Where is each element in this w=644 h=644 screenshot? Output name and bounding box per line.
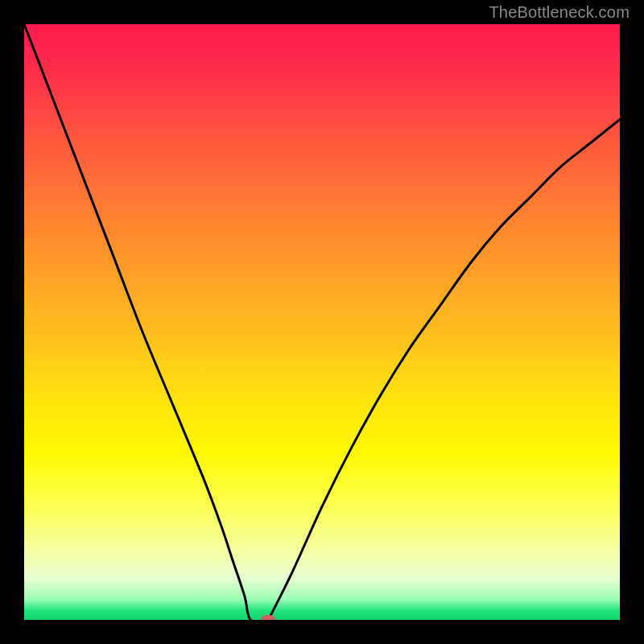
chart-frame: TheBottleneck.com — [0, 0, 644, 644]
curve-svg — [24, 24, 620, 620]
bottleneck-curve — [24, 24, 620, 620]
watermark-text: TheBottleneck.com — [489, 3, 630, 22]
optimum-marker — [261, 615, 275, 620]
plot-area — [24, 24, 620, 620]
